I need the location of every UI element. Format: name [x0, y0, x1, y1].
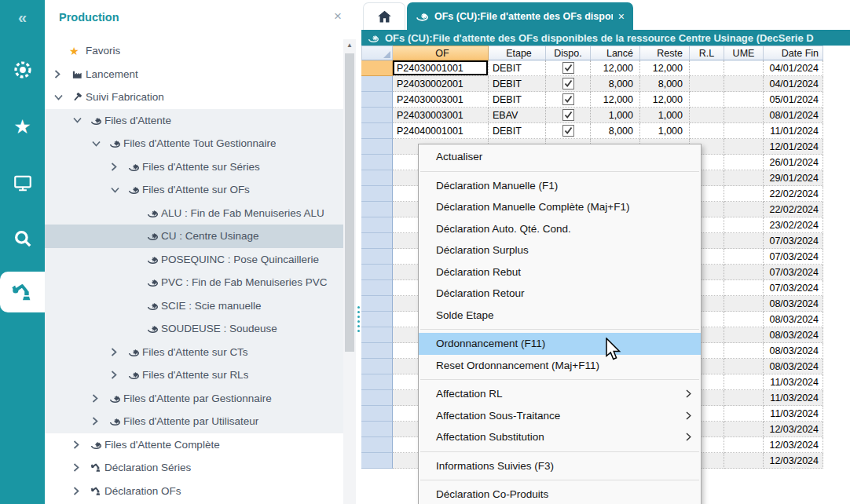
- row-header-cell[interactable]: [361, 437, 393, 453]
- tab-home[interactable]: [363, 2, 405, 31]
- cell-datefin[interactable]: 12/03/2024: [764, 437, 823, 453]
- cell-datefin[interactable]: 07/03/2024: [764, 265, 823, 280]
- cell-ume[interactable]: [724, 233, 764, 249]
- menu-item[interactable]: Déclaration Co-Produits: [419, 484, 701, 504]
- cell-reste[interactable]: 1,000: [640, 123, 690, 139]
- cell-ume[interactable]: [724, 453, 764, 469]
- menu-item[interactable]: Solde Etape: [419, 305, 701, 327]
- tab-ofs-cu[interactable]: OFs (CU):File d'attente des OFs disponib…: [407, 2, 633, 30]
- cell-rl[interactable]: [690, 108, 724, 123]
- tree-item[interactable]: Files d'Attente sur OFs: [45, 178, 343, 202]
- row-header-cell[interactable]: [361, 108, 393, 123]
- cell-ume[interactable]: [724, 422, 764, 437]
- table-row[interactable]: P24040001001DEBIT8,0001,00011/01/2024: [361, 123, 823, 139]
- cell-datefin[interactable]: 08/03/2024: [764, 327, 823, 343]
- row-header-cell[interactable]: [361, 359, 393, 374]
- cell-ume[interactable]: [724, 312, 764, 327]
- row-header-cell[interactable]: [361, 422, 393, 437]
- column-header-of[interactable]: OF: [393, 46, 489, 60]
- menu-item[interactable]: Déclaration Manuelle (F1): [419, 175, 701, 197]
- tree-item[interactable]: Files d'Attente sur RLs: [45, 363, 343, 387]
- menu-item[interactable]: Affectation Substitution: [419, 426, 701, 448]
- dispo-checkbox[interactable]: [562, 62, 574, 74]
- select-all-corner[interactable]: [361, 46, 393, 60]
- cell-datefin[interactable]: 08/03/2024: [764, 312, 823, 327]
- tree-item[interactable]: SOUDEUSE : Soudeuse: [45, 317, 343, 341]
- cell-ume[interactable]: [724, 296, 764, 312]
- wheel-icon[interactable]: [0, 54, 45, 86]
- cell-ume[interactable]: [724, 406, 764, 422]
- production-module-tab[interactable]: [0, 272, 45, 312]
- cell-datefin[interactable]: 11/03/2024: [764, 390, 823, 406]
- cell-datefin[interactable]: 07/03/2024: [764, 249, 823, 265]
- cell-ume[interactable]: [724, 170, 764, 186]
- tree-item[interactable]: Files d'Attente sur Séries: [45, 155, 343, 179]
- collapse-sidebar-button[interactable]: «: [0, 2, 45, 33]
- monitor-icon[interactable]: [0, 167, 45, 199]
- column-header-datefin[interactable]: Date Fin: [764, 46, 823, 60]
- tree-item[interactable]: ★Favoris: [45, 39, 343, 63]
- cell-reste[interactable]: 1,000: [640, 108, 690, 123]
- table-row[interactable]: P24030002001DEBIT8,0008,00004/01/2024: [361, 76, 823, 92]
- menu-item[interactable]: Affectation RL: [419, 383, 701, 405]
- row-header-cell[interactable]: [361, 217, 393, 233]
- cell-ume[interactable]: [724, 155, 764, 170]
- cell-lance[interactable]: 8,000: [591, 76, 640, 92]
- tree-item[interactable]: Déclaration OFs: [45, 480, 343, 503]
- cell-ume[interactable]: [724, 249, 764, 265]
- scrollbar-thumb[interactable]: [345, 53, 354, 352]
- cell-datefin[interactable]: 12/03/2024: [764, 453, 823, 469]
- tree-item[interactable]: SCIE : Scie manuelle: [45, 294, 343, 318]
- cell-datefin[interactable]: 11/03/2024: [764, 406, 823, 422]
- row-header-cell[interactable]: [361, 280, 393, 296]
- row-header-cell[interactable]: [361, 453, 393, 469]
- row-header-cell[interactable]: [361, 390, 393, 406]
- cell-dispo[interactable]: [546, 92, 591, 108]
- row-header-cell[interactable]: [361, 76, 393, 92]
- cell-ume[interactable]: [724, 374, 764, 390]
- panel-splitter[interactable]: [356, 0, 361, 504]
- row-header-cell[interactable]: [361, 92, 393, 108]
- cell-ume[interactable]: [724, 437, 764, 453]
- row-header-cell[interactable]: [361, 312, 393, 327]
- menu-item[interactable]: Déclaration Manuelle Complète (Maj+F1): [419, 196, 701, 218]
- cell-reste[interactable]: 8,000: [640, 76, 690, 92]
- tree-item[interactable]: ALU : Fin de Fab Menuiseries ALU: [45, 202, 343, 225]
- cell-datefin[interactable]: 12/01/2024: [764, 139, 823, 155]
- row-header-cell[interactable]: [361, 155, 393, 170]
- cell-datefin[interactable]: 04/01/2024: [764, 60, 823, 76]
- cell-rl[interactable]: [690, 123, 724, 139]
- cell-rl[interactable]: [690, 92, 724, 108]
- tree-item[interactable]: Lancement: [45, 63, 343, 86]
- cell-datefin[interactable]: 22/02/2024: [764, 202, 823, 217]
- row-header-cell[interactable]: [361, 202, 393, 217]
- menu-item[interactable]: Reset Ordonnancement (Maj+F11): [419, 355, 701, 377]
- row-header-cell[interactable]: [361, 374, 393, 390]
- cell-datefin[interactable]: 22/02/2024: [764, 186, 823, 202]
- cell-datefin[interactable]: 08/01/2024: [764, 108, 823, 123]
- cell-datefin[interactable]: 29/01/2024: [764, 170, 823, 186]
- cell-of[interactable]: P24030002001: [393, 76, 489, 92]
- cell-datefin[interactable]: 11/01/2024: [764, 123, 823, 139]
- cell-ume[interactable]: [724, 92, 764, 108]
- dispo-checkbox[interactable]: [562, 125, 574, 137]
- cell-ume[interactable]: [724, 390, 764, 406]
- tree-item[interactable]: Files d'Attente: [45, 109, 343, 133]
- row-header-cell[interactable]: [361, 406, 393, 422]
- tree-item[interactable]: Suivi Fabrication: [45, 86, 343, 109]
- dispo-checkbox[interactable]: [562, 93, 574, 105]
- cell-etape[interactable]: DEBIT: [489, 123, 546, 139]
- cell-datefin[interactable]: 07/03/2024: [764, 280, 823, 296]
- row-header-cell[interactable]: [361, 249, 393, 265]
- column-header-ume[interactable]: UME: [724, 46, 764, 60]
- tree-item[interactable]: Déclaration Séries: [45, 456, 343, 480]
- cell-ume[interactable]: [724, 343, 764, 359]
- cell-ume[interactable]: [724, 327, 764, 343]
- row-header-cell[interactable]: [361, 170, 393, 186]
- tree-item[interactable]: POSEQUINC : Pose Quincaillerie: [45, 248, 343, 272]
- row-header-cell[interactable]: [361, 233, 393, 249]
- menu-item[interactable]: Déclaration Surplus: [419, 239, 701, 261]
- cell-ume[interactable]: [724, 280, 764, 296]
- cell-of[interactable]: P24030003001: [393, 108, 489, 123]
- cell-ume[interactable]: [724, 217, 764, 233]
